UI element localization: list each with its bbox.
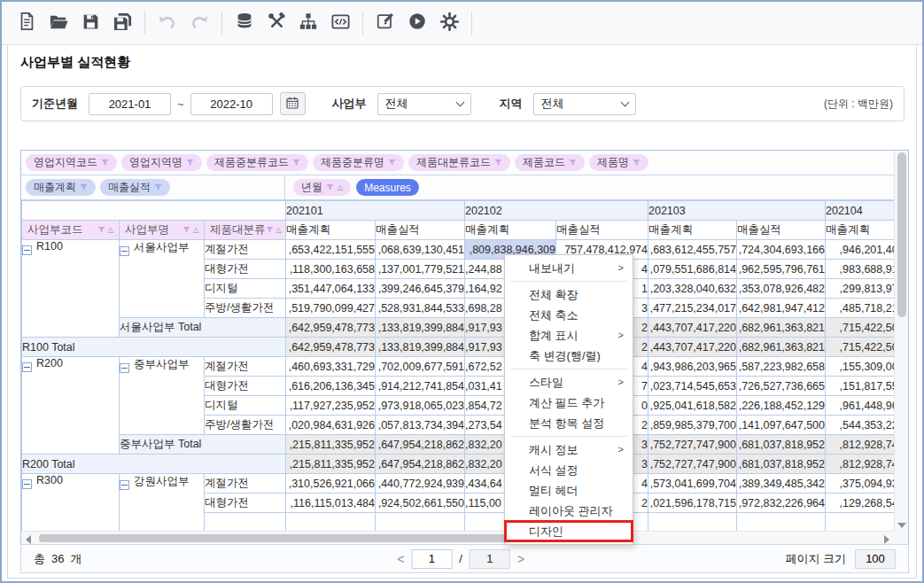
menu-item[interactable]: 합계 표시> — [505, 325, 633, 346]
region-select[interactable]: 전체 — [533, 93, 636, 115]
value-cell[interactable]: ,573,041,699,704 — [648, 474, 737, 494]
row-group-code-cell[interactable]: R100 — [22, 240, 120, 338]
year-header[interactable]: 202102 — [465, 201, 648, 221]
code-button[interactable] — [324, 7, 356, 39]
value-cell[interactable] — [205, 513, 286, 532]
value-cell[interactable]: ,399,246,645,379 — [376, 279, 465, 299]
value-col-header[interactable]: 매출실적 — [737, 221, 826, 240]
value-cell[interactable] — [737, 513, 826, 532]
page-size-input[interactable] — [855, 549, 896, 569]
next-page-button[interactable]: > — [517, 552, 524, 566]
total-label-cell[interactable]: R100 Total — [22, 338, 286, 357]
value-cell[interactable]: ,353,078,926,482 — [737, 279, 826, 299]
value-cell[interactable]: ,440,772,924,939 — [376, 474, 465, 494]
value-cell[interactable]: ,616,206,136,345 — [286, 377, 376, 396]
scroll-left-icon[interactable] — [26, 535, 31, 544]
menu-item[interactable]: 계산 필드 추가 — [505, 393, 633, 413]
horizontal-scrollbar[interactable] — [21, 531, 894, 544]
filter-chip[interactable]: 제품중분류명 — [313, 154, 404, 171]
value-col-header[interactable]: 매출실적 — [376, 221, 465, 240]
filter-chip[interactable]: 제품중분류코드 — [206, 154, 308, 171]
scroll-down-icon[interactable] — [897, 523, 906, 528]
value-cell[interactable]: ,375,094,930,9 — [826, 474, 894, 494]
row-category-cell[interactable]: 디지털 — [205, 279, 286, 299]
row-category-cell[interactable]: 계절가전 — [205, 240, 286, 260]
value-cell[interactable]: ,946,201,406,8 — [826, 240, 894, 260]
collapse-icon[interactable] — [22, 245, 32, 255]
value-cell[interactable]: ,812,928,747,9 — [826, 435, 894, 455]
collapse-icon[interactable] — [22, 362, 32, 372]
value-cell[interactable]: ,647,954,218,862 — [376, 435, 465, 455]
row-header-col[interactable]: 사업부코드△ — [22, 221, 120, 240]
value-cell[interactable]: ,155,309,007,3 — [826, 357, 894, 377]
value-cell[interactable]: ,973,918,065,023 — [376, 396, 465, 416]
total-label-cell[interactable]: 서울사업부 Total — [120, 318, 286, 338]
value-cell[interactable]: ,443,707,417,220 — [648, 318, 737, 338]
value-cell[interactable]: ,914,212,741,854 — [376, 377, 465, 396]
collapse-icon[interactable] — [120, 480, 129, 490]
value-cell[interactable]: ,715,422,504,1 — [826, 338, 894, 357]
menu-item[interactable]: 전체 확장 — [505, 284, 633, 305]
row-group-code-cell[interactable]: R200 — [22, 357, 120, 455]
scroll-right-icon[interactable] — [884, 535, 889, 544]
value-cell[interactable]: ,924,502,661,550 — [376, 494, 465, 513]
value-cell[interactable]: ,682,961,363,821 — [737, 338, 826, 357]
value-cell[interactable]: ,299,813,970,3 — [826, 279, 894, 299]
measure-chip[interactable]: 매출실적 — [100, 179, 170, 196]
save-all-button[interactable] — [106, 7, 138, 39]
menu-item[interactable]: 전체 축소 — [505, 305, 633, 325]
menu-item[interactable]: 캐시 정보> — [505, 439, 633, 460]
menu-item[interactable]: 디자인 — [505, 521, 633, 541]
value-cell[interactable]: ,133,819,399,884 — [376, 318, 465, 338]
value-cell[interactable]: ,528,931,844,533 — [376, 299, 465, 318]
value-cell[interactable]: ,682,961,363,821 — [737, 318, 826, 338]
row-category-cell[interactable]: 대형가전 — [205, 377, 286, 396]
row-category-cell[interactable]: 주방/생활가전 — [205, 299, 286, 318]
calendar-button[interactable] — [280, 92, 306, 115]
value-cell[interactable]: ,519,790,099,427 — [286, 299, 376, 318]
value-cell[interactable]: ,021,596,178,715 — [648, 494, 737, 513]
row-group-code-cell[interactable]: R300 — [22, 474, 120, 532]
row-group-division-cell[interactable]: 중부사업부 — [120, 357, 205, 435]
year-header[interactable]: 202103 — [648, 201, 826, 221]
value-cell[interactable]: ,962,595,796,761 — [737, 260, 826, 279]
vertical-scrollbar-thumb[interactable] — [897, 152, 906, 317]
value-cell[interactable] — [286, 513, 376, 532]
filter-funnel-icon[interactable] — [97, 226, 105, 234]
value-cell[interactable]: ,752,727,747,900 — [648, 435, 737, 455]
value-cell[interactable] — [648, 513, 737, 532]
value-cell[interactable]: ,961,448,961,4 — [826, 396, 894, 416]
tools-button[interactable] — [260, 7, 292, 39]
value-cell[interactable]: ,023,714,545,653 — [648, 377, 737, 396]
row-category-cell[interactable]: 대형가전 — [205, 260, 286, 279]
sitemap-button[interactable] — [292, 7, 324, 39]
value-cell[interactable]: ,129,268,548,4 — [826, 494, 894, 513]
page-input[interactable] — [411, 549, 452, 569]
value-cell[interactable]: ,117,927,235,952 — [286, 396, 376, 416]
row-group-division-cell[interactable]: 서울사업부 — [120, 240, 205, 318]
menu-item[interactable]: 내보내기> — [505, 258, 633, 278]
collapse-icon[interactable] — [120, 246, 129, 256]
value-cell[interactable]: ,726,527,736,665 — [737, 377, 826, 396]
measures-chip[interactable]: Measures — [356, 179, 419, 196]
collapse-icon[interactable] — [120, 363, 129, 373]
open-folder-button[interactable] — [43, 7, 74, 39]
value-cell[interactable]: ,972,832,226,964 — [737, 494, 826, 513]
filter-funnel-icon[interactable] — [182, 226, 190, 234]
value-cell[interactable]: ,116,115,013,484 — [286, 494, 376, 513]
undo-button[interactable] — [151, 7, 183, 39]
value-cell[interactable]: ,460,693,331,729 — [286, 357, 376, 377]
filter-chip[interactable]: 제품대분류코드 — [408, 154, 510, 171]
value-cell[interactable]: ,485,718,214,6 — [826, 299, 894, 318]
row-header-col[interactable]: 제품대분류△ — [205, 221, 286, 240]
value-cell[interactable]: ,859,985,379,700 — [648, 416, 737, 435]
sort-icon[interactable]: △ — [193, 227, 198, 234]
division-select[interactable]: 전체 — [377, 93, 471, 115]
menu-item[interactable]: 멀티 헤더 — [505, 480, 633, 501]
menu-item[interactable]: 분석 항목 설정 — [505, 413, 633, 433]
period-to-input[interactable] — [190, 93, 273, 115]
value-cell[interactable]: ,079,551,686,814 — [648, 260, 737, 279]
total-label-cell[interactable]: 중부사업부 Total — [120, 435, 286, 455]
value-cell[interactable]: ,681,037,818,952 — [737, 435, 826, 455]
value-cell[interactable]: ,642,981,947,412 — [737, 299, 826, 318]
